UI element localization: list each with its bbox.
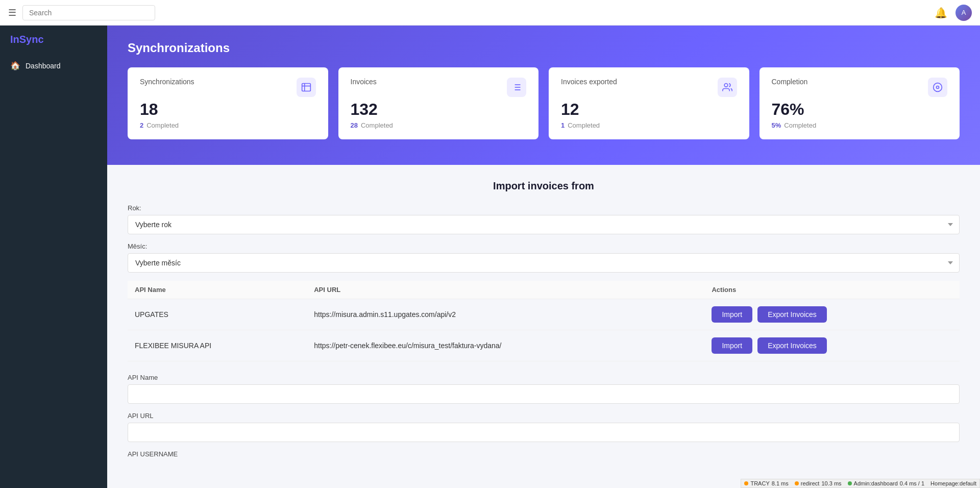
stat-label-sync: Completed bbox=[146, 121, 179, 129]
topbar-left: ☰ bbox=[8, 5, 928, 20]
tracy-item-homepage: Homepage:default bbox=[930, 480, 976, 486]
stat-card-completion: Completion 76% 5% Completed bbox=[760, 67, 960, 139]
hero-title: Synchronizations bbox=[128, 41, 960, 55]
stat-title-exp: Invoices exported bbox=[561, 78, 617, 86]
layout: InSync 🏠 Dashboard Synchronizations Sync… bbox=[0, 26, 980, 488]
table-row: FLEXIBEE MISURA API https://petr-cenek.f… bbox=[128, 330, 960, 361]
api-name-form-group: API Name bbox=[128, 374, 960, 404]
col-actions: Actions bbox=[704, 281, 960, 299]
tracy-item-admin: Admin:dashboard 0.4 ms / 1 bbox=[848, 480, 925, 486]
tracy-item-redirect: redirect 10.3 ms bbox=[795, 480, 842, 486]
api-name-input[interactable] bbox=[128, 384, 960, 404]
stat-count-sync: 2 bbox=[140, 121, 143, 129]
brand: InSync bbox=[0, 34, 107, 56]
stat-card-exported: Invoices exported 12 1 Completed bbox=[549, 67, 749, 139]
row-2-name: FLEXIBEE MISURA API bbox=[128, 330, 307, 361]
api-username-form-group: API USERNAME bbox=[128, 450, 960, 458]
stat-title-sync: Synchronizations bbox=[140, 78, 194, 86]
table-row: UPGATES https://misura.admin.s11.upgates… bbox=[128, 299, 960, 330]
row-1-url: https://misura.admin.s11.upgates.com/api… bbox=[307, 299, 704, 330]
sidebar-item-dashboard[interactable]: 🏠 Dashboard bbox=[0, 56, 107, 76]
hero-section: Synchronizations Synchronizations 18 2 C… bbox=[107, 26, 980, 165]
stat-icon-exp bbox=[718, 78, 737, 97]
stat-footer-sync: 2 Completed bbox=[140, 121, 316, 129]
tracy-dot-2 bbox=[795, 481, 799, 485]
row-2-actions: Import Export Invoices bbox=[704, 330, 960, 361]
bell-icon[interactable]: 🔔 bbox=[935, 7, 947, 19]
topbar-right: 🔔 A bbox=[935, 5, 972, 21]
stat-icon-sync bbox=[297, 78, 316, 97]
svg-rect-0 bbox=[302, 84, 310, 91]
stat-value-comp: 76% bbox=[772, 101, 948, 117]
rok-select[interactable]: Vyberte rok 2024 2023 2022 bbox=[128, 215, 960, 234]
mesic-form-group: Měsíc: Vyberte měsíc Leden Únor Březen bbox=[128, 242, 960, 273]
tracy-time1: 8.1 ms bbox=[772, 480, 789, 486]
stat-label-comp: Completed bbox=[784, 121, 816, 129]
col-api-url: API URL bbox=[307, 281, 704, 299]
api-url-form-group: API URL bbox=[128, 412, 960, 442]
stat-icon-comp bbox=[928, 78, 947, 97]
stat-card-synchronizations: Synchronizations 18 2 Completed bbox=[128, 67, 328, 139]
stat-count-comp: 5% bbox=[772, 121, 781, 129]
import-btn-1[interactable]: Import bbox=[712, 306, 752, 323]
tracy-homepage: Homepage:default bbox=[930, 480, 976, 486]
stat-card-invoices: Invoices 132 28 Completed bbox=[338, 67, 539, 139]
tracy-dot-1 bbox=[744, 481, 748, 485]
search-input[interactable] bbox=[22, 5, 155, 20]
row-1-name: UPGATES bbox=[128, 299, 307, 330]
stat-label-exp: Completed bbox=[568, 121, 600, 129]
mesic-label: Měsíc: bbox=[128, 242, 960, 250]
tracy-dot-3 bbox=[848, 481, 852, 485]
export-btn-2[interactable]: Export Invoices bbox=[757, 337, 827, 354]
tracy-item-main[interactable]: TRACY 8.1 ms bbox=[744, 480, 788, 486]
main-content: Synchronizations Synchronizations 18 2 C… bbox=[107, 26, 980, 488]
tracy-bar: TRACY 8.1 ms redirect 10.3 ms Admin:dash… bbox=[741, 479, 980, 488]
topbar: ☰ 🔔 A bbox=[0, 0, 980, 26]
stat-footer-exp: 1 Completed bbox=[561, 121, 737, 129]
api-table: API Name API URL Actions UPGATES https:/… bbox=[128, 281, 960, 361]
svg-point-11 bbox=[937, 86, 939, 89]
tracy-redirect: redirect bbox=[801, 480, 820, 486]
menu-icon[interactable]: ☰ bbox=[8, 7, 16, 18]
api-username-label: API USERNAME bbox=[128, 450, 960, 458]
api-url-label: API URL bbox=[128, 412, 960, 420]
sidebar: InSync 🏠 Dashboard bbox=[0, 26, 107, 488]
stat-label-inv: Completed bbox=[361, 121, 393, 129]
stats-row: Synchronizations 18 2 Completed Invoices bbox=[128, 67, 960, 139]
sidebar-item-label: Dashboard bbox=[26, 62, 61, 70]
tracy-admin: Admin:dashboard bbox=[854, 480, 898, 486]
stat-count-inv: 28 bbox=[351, 121, 358, 129]
stat-icon-inv bbox=[507, 78, 526, 97]
row-1-actions: Import Export Invoices bbox=[704, 299, 960, 330]
row-2-url: https://petr-cenek.flexibee.eu/c/misura_… bbox=[307, 330, 704, 361]
tracy-label: TRACY bbox=[750, 480, 769, 486]
rok-form-group: Rok: Vyberte rok 2024 2023 2022 bbox=[128, 204, 960, 234]
dashboard-icon: 🏠 bbox=[10, 61, 20, 70]
mesic-select[interactable]: Vyberte měsíc Leden Únor Březen bbox=[128, 253, 960, 273]
rok-label: Rok: bbox=[128, 204, 960, 212]
stat-value-sync: 18 bbox=[140, 101, 316, 117]
content-section: Import invoices from Rok: Vyberte rok 20… bbox=[107, 165, 980, 481]
api-url-input[interactable] bbox=[128, 423, 960, 442]
stat-value-inv: 132 bbox=[351, 101, 527, 117]
stat-title-comp: Completion bbox=[772, 78, 808, 86]
stat-footer-inv: 28 Completed bbox=[351, 121, 527, 129]
svg-point-9 bbox=[724, 84, 728, 87]
api-name-label: API Name bbox=[128, 374, 960, 381]
stat-footer-comp: 5% Completed bbox=[772, 121, 948, 129]
section-title: Import invoices from bbox=[128, 180, 960, 192]
stat-value-exp: 12 bbox=[561, 101, 737, 117]
tracy-time3: 0.4 ms / 1 bbox=[900, 480, 924, 486]
svg-point-10 bbox=[934, 83, 942, 92]
avatar[interactable]: A bbox=[955, 5, 972, 21]
import-btn-2[interactable]: Import bbox=[712, 337, 752, 354]
stat-title-inv: Invoices bbox=[351, 78, 377, 86]
tracy-time2: 10.3 ms bbox=[821, 480, 841, 486]
stat-count-exp: 1 bbox=[561, 121, 565, 129]
col-api-name: API Name bbox=[128, 281, 307, 299]
export-btn-1[interactable]: Export Invoices bbox=[757, 306, 827, 323]
